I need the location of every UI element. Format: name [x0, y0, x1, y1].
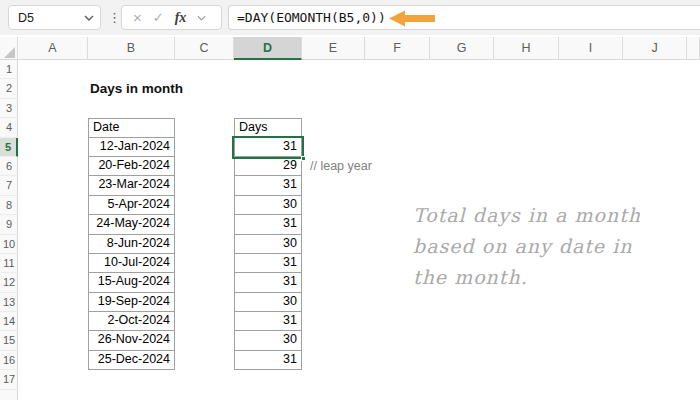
- row-header-1[interactable]: 1: [0, 60, 18, 79]
- chevron-down-icon[interactable]: [197, 15, 206, 21]
- row-header-17[interactable]: 17: [0, 370, 18, 389]
- cell-b11[interactable]: 10-Jul-2024: [88, 254, 175, 273]
- column-header-partial[interactable]: [687, 37, 700, 60]
- row-header-4[interactable]: 4: [0, 118, 18, 137]
- leap-year-note: // leap year: [310, 157, 372, 176]
- formula-input[interactable]: =DAY(EOMONTH(B5,0)): [228, 5, 700, 30]
- cell-d14[interactable]: 31: [234, 312, 302, 331]
- annotation-line: the month.: [413, 262, 641, 293]
- row-header-16[interactable]: 16: [0, 351, 18, 370]
- cell-d6[interactable]: 29: [234, 157, 302, 176]
- more-options-icon[interactable]: ⋮: [108, 5, 121, 30]
- excel-window: D5 ⋮ × ✓ fx =DAY(EOMONTH(B5,0)) A B C D …: [0, 0, 700, 400]
- cell-d5-active[interactable]: 31: [234, 138, 302, 157]
- cell-b15[interactable]: 26-Nov-2024: [88, 331, 175, 350]
- cell-d13[interactable]: 30: [234, 293, 302, 312]
- sheet-area: Days in month Date 12-Jan-2024 20-Feb-20…: [19, 60, 700, 400]
- column-header-g[interactable]: G: [430, 37, 494, 60]
- row-header-6[interactable]: 6: [0, 157, 18, 176]
- column-header-f[interactable]: F: [365, 37, 430, 60]
- row-header-10[interactable]: 10: [0, 235, 18, 254]
- formula-text: =DAY(EOMONTH(B5,0)): [229, 10, 386, 25]
- row-header-column: 1 2 3 4 5 6 7 8 9 10 11 12 13 14 15 16 1…: [0, 60, 18, 400]
- row-header-14[interactable]: 14: [0, 312, 18, 331]
- cell-d9[interactable]: 31: [234, 215, 302, 234]
- row-header-13[interactable]: 13: [0, 293, 18, 312]
- row-header-8[interactable]: 8: [0, 196, 18, 215]
- cell-d15[interactable]: 30: [234, 331, 302, 350]
- cell-b8[interactable]: 5-Apr-2024: [88, 196, 175, 215]
- row-header-12[interactable]: 12: [0, 273, 18, 292]
- formula-button-group: × ✓ fx: [121, 5, 222, 30]
- insert-function-icon[interactable]: fx: [175, 10, 187, 26]
- date-header-cell[interactable]: Date: [88, 118, 175, 137]
- row-header-5[interactable]: 5: [0, 138, 18, 157]
- cell-d12[interactable]: 31: [234, 273, 302, 292]
- name-box-value: D5: [18, 11, 34, 25]
- row-header-9[interactable]: 9: [0, 215, 18, 234]
- cell-d7[interactable]: 31: [234, 176, 302, 195]
- row-header-7[interactable]: 7: [0, 176, 18, 195]
- row-header-11[interactable]: 11: [0, 254, 18, 273]
- column-header-b[interactable]: B: [88, 37, 175, 60]
- cell-b9[interactable]: 24-May-2024: [88, 215, 175, 234]
- days-column: Days 31 29 31 30 31 30 31 31 30 31 30 31: [234, 118, 302, 370]
- cell-d8[interactable]: 30: [234, 196, 302, 215]
- row-header-2[interactable]: 2: [0, 79, 18, 98]
- cell-b7[interactable]: 23-Mar-2024: [88, 176, 175, 195]
- column-header-row: A B C D E F G H I J: [0, 37, 700, 60]
- column-header-d[interactable]: D: [234, 37, 302, 60]
- column-header-a[interactable]: A: [18, 37, 88, 60]
- cell-b6[interactable]: 20-Feb-2024: [88, 157, 175, 176]
- cell-b5[interactable]: 12-Jan-2024: [88, 138, 175, 157]
- days-header-cell[interactable]: Days: [234, 118, 302, 137]
- name-box[interactable]: D5: [8, 5, 101, 30]
- cell-d16[interactable]: 31: [234, 351, 302, 370]
- chevron-down-icon[interactable]: [84, 15, 94, 21]
- orange-arrow-annotation: [389, 10, 435, 27]
- column-header-c[interactable]: C: [175, 37, 234, 60]
- cell-b12[interactable]: 15-Aug-2024: [88, 273, 175, 292]
- cancel-icon[interactable]: ×: [133, 10, 142, 25]
- enter-icon[interactable]: ✓: [153, 11, 164, 24]
- cell-d10[interactable]: 30: [234, 235, 302, 254]
- column-header-e[interactable]: E: [302, 37, 365, 60]
- row-header-3[interactable]: 3: [0, 99, 18, 118]
- cell-b10[interactable]: 8-Jun-2024: [88, 235, 175, 254]
- select-all-triangle-icon: [4, 47, 15, 58]
- column-header-h[interactable]: H: [494, 37, 559, 60]
- handwritten-annotation: Total days in a month based on any date …: [413, 200, 641, 293]
- column-header-i[interactable]: I: [559, 37, 623, 60]
- row-header-15[interactable]: 15: [0, 331, 18, 350]
- cell-b14[interactable]: 2-Oct-2024: [88, 312, 175, 331]
- cell-b13[interactable]: 19-Sep-2024: [88, 293, 175, 312]
- cell-d11[interactable]: 31: [234, 254, 302, 273]
- column-header-j[interactable]: J: [623, 37, 687, 60]
- annotation-line: based on any date in: [413, 231, 641, 262]
- date-column: Date 12-Jan-2024 20-Feb-2024 23-Mar-2024…: [88, 118, 175, 370]
- annotation-line: Total days in a month: [413, 200, 641, 231]
- select-all-button[interactable]: [0, 37, 18, 60]
- worksheet-title: Days in month: [90, 79, 183, 98]
- formula-bar: D5 ⋮ × ✓ fx =DAY(EOMONTH(B5,0)): [0, 0, 700, 35]
- cell-b16[interactable]: 25-Dec-2024: [88, 351, 175, 370]
